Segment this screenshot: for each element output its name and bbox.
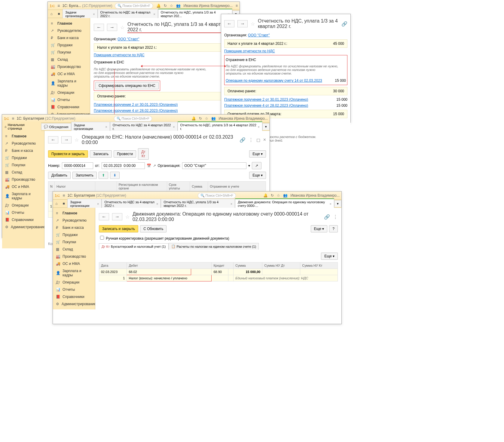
org-link[interactable]: ООО "Старт" <box>248 33 270 37</box>
sidebar-item[interactable]: ₽Банк и касса <box>2 147 44 154</box>
forward-button[interactable]: → <box>107 24 117 31</box>
refresh-button[interactable]: С Обновить <box>140 225 166 232</box>
up-button[interactable]: ⬆ <box>99 172 108 179</box>
search-input[interactable]: 🔍 Поиск Ctrl+Shift+F <box>114 116 152 121</box>
dtkt-button[interactable]: ДтКт <box>138 148 149 160</box>
sidebar-item[interactable]: 📕Справочники <box>2 216 44 223</box>
sidebar-item[interactable]: 👤Зарплата и кадры <box>2 190 44 202</box>
sidebar-item[interactable]: 🚚ОС и НМА <box>48 70 90 78</box>
write-close-button[interactable]: Записать и закрыть <box>99 225 138 232</box>
tab-dropdown[interactable]: ▾ <box>334 200 341 207</box>
sidebar-item[interactable]: 🛒Покупки <box>48 49 90 56</box>
helper-link[interactable]: Помощник отчетности по НДС <box>224 49 275 53</box>
sidebar-item[interactable]: ↗Руководителю <box>53 217 95 224</box>
sidebar-item[interactable]: 👤Зарплата и кадры <box>48 78 90 89</box>
sidebar-item[interactable]: 🛒Покупки <box>2 161 44 169</box>
link-icon[interactable]: 🔗 <box>324 214 330 220</box>
star-icon[interactable]: ☆ <box>170 4 173 8</box>
sidebar-item[interactable]: 📕Справочники <box>53 293 95 300</box>
menu-icon[interactable]: ≡ <box>63 193 65 198</box>
tab[interactable]: Отчетность по НДС за 4 квартал 2022 г.× <box>110 122 178 132</box>
add-button[interactable]: Добавить <box>48 172 71 179</box>
bold-icon[interactable]: ■ <box>55 11 63 17</box>
dropdown-icon[interactable]: ▾ <box>248 164 250 168</box>
sidebar-item[interactable]: 🛒Продажи <box>48 41 90 49</box>
sidebar-item[interactable]: ↗Руководителю <box>48 27 90 34</box>
sidebar-item[interactable]: ▦Склад <box>53 246 95 253</box>
payment-link[interactable]: Платежное поручение 4 от 28.02.2023 (Опл… <box>224 103 308 108</box>
star-icon[interactable]: ☆ <box>120 25 124 30</box>
sidebar-item[interactable]: 🛒Продажи <box>2 154 44 161</box>
tab[interactable]: Задачи организации× <box>67 199 102 209</box>
close-icon[interactable]: × <box>93 12 95 16</box>
close-icon[interactable]: × <box>153 12 155 16</box>
sidebar-item[interactable]: ≡Главное <box>48 20 90 27</box>
tab[interactable]: Отчетность по НДС, уплата 1/3 за 4 кварт… <box>178 121 262 132</box>
post-close-button[interactable]: Провести и закрыть <box>48 150 88 158</box>
window-icon[interactable]: ◻ <box>256 137 260 143</box>
date-input[interactable] <box>102 162 145 169</box>
tab[interactable]: Задачи организации× <box>63 9 97 19</box>
sidebar-item[interactable]: 🛒Продажи <box>53 231 95 238</box>
search-input[interactable]: 🔍 Поиск Ctrl+Shift+F <box>198 193 236 198</box>
sidebar-item[interactable]: 👤Зарплата и кадры <box>53 267 95 279</box>
post-button[interactable]: Провести <box>114 150 136 158</box>
fill-button[interactable]: Заполнить <box>72 172 97 179</box>
sidebar-item[interactable]: 🏭Производство <box>53 253 95 260</box>
menu-icon[interactable]: ≡ <box>12 116 14 121</box>
back-button[interactable]: ← <box>94 24 104 31</box>
subtab[interactable]: Дт Кт Бухгалтерский и налоговый учет (1) <box>99 243 169 250</box>
tab[interactable]: Отчетность по НДС, уплата 1/3 за 4 кварт… <box>161 199 235 209</box>
sidebar-item[interactable]: ⚙Администрирование <box>2 223 44 231</box>
sidebar-item[interactable]: ≡Главное <box>2 133 44 140</box>
sidebar-item[interactable]: 🚚ОС и НМА <box>53 260 95 267</box>
payment-link[interactable]: Платежное поручение 4 от 28.02.2023 (Опл… <box>94 109 178 113</box>
sidebar-item[interactable]: 🏭Производство <box>2 176 44 183</box>
link-icon[interactable]: 🔗 <box>341 21 347 27</box>
bell-icon[interactable]: 🔔 <box>156 4 161 8</box>
menu-icon[interactable]: ≡ <box>57 3 60 8</box>
org-link[interactable]: ООО "Старт" <box>118 37 139 41</box>
bold-icon[interactable]: ■ <box>60 200 67 207</box>
sidebar-item[interactable]: 📊Отчеты <box>2 209 44 216</box>
sidebar-item[interactable]: ⚙Администрирование <box>53 300 95 308</box>
tab[interactable]: 💬 Обсуждения <box>41 123 71 130</box>
close-icon[interactable]: × <box>263 137 266 143</box>
more-icon[interactable]: ≡ <box>236 4 238 8</box>
operation-link[interactable]: Операция по единому налоговому счету 14 … <box>226 78 322 83</box>
menu-icon[interactable]: ⋮ <box>333 214 338 220</box>
payment-link[interactable]: Платежное поручение 2 от 30.01.2023 (Опл… <box>94 103 178 107</box>
menu-icon[interactable]: ⋮ <box>249 137 253 143</box>
sidebar-item[interactable]: ↗Руководителю <box>2 140 44 147</box>
sidebar-item[interactable]: 📊Отчеты <box>48 96 90 103</box>
sidebar-item[interactable]: 🏭Производство <box>48 63 90 70</box>
tab[interactable]: Отчетность по НДС за 4 квартал 2022 г.× <box>98 9 158 19</box>
back-button[interactable]: ← <box>224 20 234 27</box>
home-icon[interactable]: ⌂ <box>53 200 60 207</box>
star-icon[interactable]: ☆ <box>251 21 255 27</box>
ext-icon[interactable]: ↗ <box>153 164 156 168</box>
manual-checkbox[interactable] <box>100 236 104 240</box>
form-ens-button[interactable]: Сформировать операцию по ЕНС <box>95 82 159 89</box>
star-icon[interactable]: ☆ <box>75 137 79 143</box>
sidebar-item[interactable]: ≡Главное <box>53 210 95 217</box>
clock-icon[interactable]: ↻ <box>164 4 167 8</box>
helper-link[interactable]: Помощник отчетности по НДС <box>94 53 145 57</box>
sidebar-item[interactable]: ДтОперации <box>53 279 95 286</box>
sidebar-item[interactable]: ДтОперации <box>2 202 44 209</box>
sidebar-item[interactable]: ▦Склад <box>48 56 90 63</box>
search-input[interactable]: 🔍 Поиск Ctrl+Shift+F <box>115 3 153 9</box>
star-icon[interactable]: ☆ <box>125 214 130 220</box>
more-button[interactable]: Еще ▾ <box>321 253 338 260</box>
sidebar-item[interactable]: ▦Склад <box>2 169 44 176</box>
sidebar-item[interactable]: ₽Банк и касса <box>53 224 95 231</box>
subtab[interactable]: 📋 Расчеты по налогам на едином налоговом… <box>169 243 259 250</box>
write-button[interactable]: Записать <box>90 150 112 158</box>
open-icon[interactable]: ↗ <box>252 162 261 169</box>
org-input[interactable] <box>182 162 246 169</box>
home-icon[interactable]: ⌂ <box>48 11 55 17</box>
tab[interactable]: Движения документа: Операция по единому … <box>235 198 334 209</box>
sidebar-item[interactable]: 📕Справочники <box>48 103 90 111</box>
more-button[interactable]: Еще ▾ <box>249 172 266 179</box>
sidebar-item[interactable]: 🚚ОС и НМА <box>2 183 44 190</box>
